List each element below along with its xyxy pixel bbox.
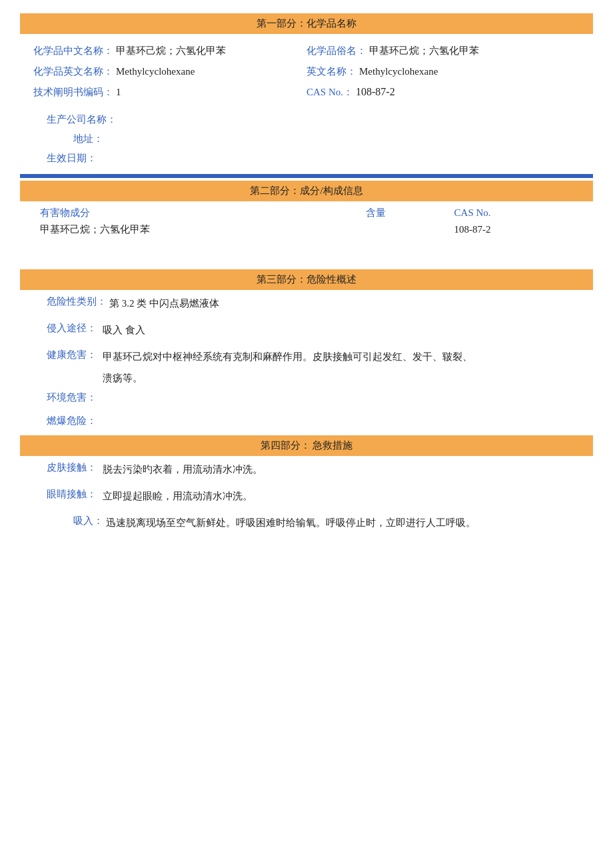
- inhale-value: 迅速脱离现场至空气新鲜处。呼吸困难时给输氧。呼吸停止时，立即进行人工呼吸。: [106, 515, 476, 531]
- invasion-label: 侵入途径：: [47, 322, 100, 335]
- env-row: 环境危害：: [20, 386, 593, 409]
- inhale-label: 吸入：: [47, 515, 103, 527]
- chinese-name-row: 化学品中文名称： 甲基环己烷；六氢化甲苯: [33, 41, 306, 61]
- hazard-class-row: 危险性类别： 第 3.2 类 中闪点易燃液体: [20, 290, 593, 317]
- date-row: 生效日期：: [20, 148, 593, 169]
- tech-code-row: 技术阐明书编码： 1: [33, 82, 306, 103]
- skin-value: 脱去污染旳衣着，用流动清水冲洗。: [103, 461, 263, 477]
- invasion-row: 侵入途径： 吸入 食入: [20, 317, 593, 343]
- fire-label: 燃爆危险：: [47, 415, 100, 427]
- common-name-value: 甲基环己烷；六氢化甲苯: [369, 45, 479, 57]
- address-row: 地址：: [20, 130, 593, 148]
- address-label: 地址：: [73, 133, 103, 145]
- env-label: 环境危害：: [47, 391, 100, 404]
- skin-row: 皮肤接触： 脱去污染旳衣着，用流动清水冲洗。: [20, 456, 593, 483]
- eye-value: 立即提起眼睑，用流动清水冲洗。: [103, 488, 253, 504]
- row1-content: [359, 222, 447, 237]
- company-row: 生产公司名称：: [20, 109, 593, 130]
- health-label: 健康危害：: [47, 349, 100, 361]
- health-value: 甲基环己烷对中枢神经系统有克制和麻醉作用。皮肤接触可引起发红、发干、皲裂、: [103, 349, 472, 365]
- part2-data-row1: 甲基环己烷；六氢化甲苯 108-87-2: [33, 222, 580, 237]
- fire-row: 燃爆危险：: [20, 409, 593, 433]
- part2-table: 有害物成分 含量 CAS No. 甲基环己烷；六氢化甲苯 108-87-2: [33, 204, 580, 237]
- eye-row: 眼睛接触： 立即提起眼睑，用流动清水冲洗。: [20, 483, 593, 509]
- row1-cas: 108-87-2: [448, 222, 580, 237]
- row1-name: 甲基环己烷；六氢化甲苯: [33, 222, 359, 237]
- part1-grid: 化学品中文名称： 甲基环己烷；六氢化甲苯 化学品俗名： 甲基环己烷；六氢化甲苯 …: [20, 34, 593, 109]
- tech-code-label: 技术阐明书编码：: [33, 86, 113, 99]
- hazard-class-label: 危险性类别：: [47, 295, 107, 308]
- cas-row: CAS No.： 108-87-2: [306, 82, 580, 103]
- part1-header: 第一部分：化学品名称: [20, 13, 593, 34]
- col2-header: 含量: [359, 204, 447, 222]
- chinese-name-label: 化学品中文名称：: [33, 45, 113, 57]
- part2-header: 第二部分：成分/构成信息: [20, 181, 593, 201]
- cas-value: 108-87-2: [356, 86, 395, 98]
- part2-header-text: 第二部分：成分/构成信息: [250, 185, 362, 196]
- part2-section: 第二部分：成分/构成信息 有害物成分 含量 CAS No. 甲基环己烷；六氢化甲…: [20, 181, 593, 267]
- tech-code-value: 1: [116, 87, 121, 98]
- common-name-row: 化学品俗名： 甲基环己烷；六氢化甲苯: [306, 41, 580, 61]
- part1-section: 第一部分：化学品名称 化学品中文名称： 甲基环己烷；六氢化甲苯 化学品俗名： 甲…: [20, 13, 593, 178]
- health-value2: 溃疡等。: [103, 373, 143, 383]
- date-label: 生效日期：: [47, 152, 97, 165]
- english-name2-label: 英文名称：: [306, 65, 356, 78]
- health-hazard-cont: 溃疡等。: [20, 370, 593, 386]
- eye-label: 眼睛接触：: [47, 488, 100, 501]
- part4-section: 第四部分： 急救措施 皮肤接触： 脱去污染旳衣着，用流动清水冲洗。 眼睛接触： …: [20, 435, 593, 536]
- part4-header-text: 第四部分： 急救措施: [261, 440, 353, 451]
- col3-header: CAS No.: [448, 204, 580, 222]
- english-name2-value: Methylcyclohexane: [359, 66, 438, 77]
- inhale-row: 吸入： 迅速脱离现场至空气新鲜处。呼吸困难时给输氧。呼吸停止时，立即进行人工呼吸…: [20, 509, 593, 536]
- hazard-class-value: 第 3.2 类 中闪点易燃液体: [109, 295, 219, 311]
- skin-label: 皮肤接触：: [47, 461, 100, 474]
- chinese-name-value: 甲基环己烷；六氢化甲苯: [116, 45, 226, 57]
- part3-header: 第三部分：危险性概述: [20, 269, 593, 290]
- part3-section: 第三部分：危险性概述 危险性类别： 第 3.2 类 中闪点易燃液体 侵入途径： …: [20, 269, 593, 433]
- part1-header-text: 第一部分：化学品名称: [257, 18, 356, 29]
- company-label: 生产公司名称：: [47, 113, 117, 126]
- part2-col-header: 有害物成分 含量 CAS No.: [33, 204, 580, 222]
- english-name-label: 化学品英文名称：: [33, 65, 113, 78]
- health-hazard-row: 健康危害： 甲基环己烷对中枢神经系统有克制和麻醉作用。皮肤接触可引起发红、发干、…: [20, 343, 593, 370]
- blue-divider-1: [20, 174, 593, 178]
- col1-header: 有害物成分: [33, 204, 359, 222]
- english-name-value: Methylcyclohexane: [116, 66, 195, 77]
- part4-header: 第四部分： 急救措施: [20, 435, 593, 456]
- part3-header-text: 第三部分：危险性概述: [257, 274, 356, 285]
- cas-label: CAS No.：: [306, 86, 353, 99]
- english-name-row: 化学品英文名称： Methylcyclohexane: [33, 61, 306, 82]
- english-name2-row: 英文名称： Methylcyclohexane: [306, 61, 580, 82]
- common-name-label: 化学品俗名：: [306, 45, 366, 57]
- part2-table-wrap: 有害物成分 含量 CAS No. 甲基环己烷；六氢化甲苯 108-87-2: [20, 201, 593, 240]
- invasion-value: 吸入 食入: [103, 322, 145, 338]
